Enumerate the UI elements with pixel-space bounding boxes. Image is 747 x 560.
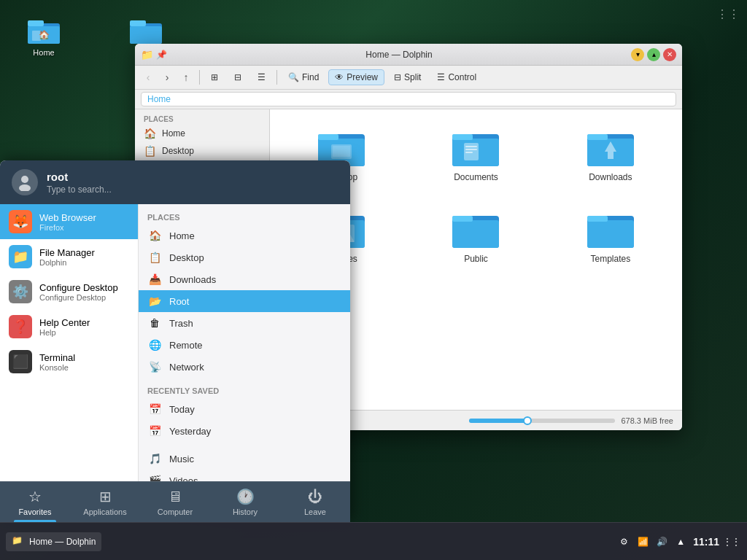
minimize-button[interactable]: ▾ xyxy=(631,48,644,61)
fav-desktop-label: Desktop xyxy=(169,252,204,263)
fav-today-icon: 📅 xyxy=(147,402,162,416)
split-button[interactable]: ⊟ Split xyxy=(387,69,427,85)
configure-app-name: Configure Desktop xyxy=(39,282,129,293)
svg-rect-6 xyxy=(130,26,162,44)
computer-tab-icon: 🖥 xyxy=(168,489,182,505)
svg-rect-35 xyxy=(587,216,608,222)
control-button[interactable]: ☰ Control xyxy=(430,69,483,85)
view-compact-button[interactable]: ⊟ xyxy=(228,69,248,85)
taskbar-dolphin-item[interactable]: 📁 Home — Dolphin xyxy=(6,532,101,551)
documents-folder-icon xyxy=(452,127,499,168)
templates-folder-icon xyxy=(587,209,634,249)
app-item-filemanager[interactable]: 📁 File Manager Dolphin xyxy=(0,239,138,274)
home-icon-label: Home xyxy=(33,48,54,57)
search-hint: Type to search... xyxy=(47,184,112,195)
tab-history[interactable]: 🕐 History xyxy=(210,482,280,522)
fav-yesterday-icon: 📅 xyxy=(147,424,162,438)
breadcrumb-bar[interactable]: Home xyxy=(141,92,676,106)
toolbar-separator-2 xyxy=(276,70,277,85)
view-icons-button[interactable]: ⊞ xyxy=(204,69,225,85)
fav-item-today[interactable]: 📅 Today xyxy=(139,398,350,420)
svg-point-36 xyxy=(21,176,28,183)
applications-tab-label: Applications xyxy=(83,508,126,516)
favorites-tab-icon: ☆ xyxy=(28,488,42,505)
taskbar-dolphin-icon: 📁 xyxy=(12,535,25,548)
fav-item-downloads[interactable]: 📥 Downloads xyxy=(139,268,350,290)
tab-favorites[interactable]: ☆ Favorites xyxy=(0,482,70,522)
tab-computer[interactable]: 🖥 Computer xyxy=(140,482,210,522)
top-dots-icon: ⋮⋮ xyxy=(716,7,740,21)
fav-item-videos[interactable]: 🎬 Videos xyxy=(139,470,350,481)
templates-file-label: Templates xyxy=(590,254,630,264)
fav-today-label: Today xyxy=(169,404,195,415)
fav-item-remote[interactable]: 🌐 Remote xyxy=(139,334,350,356)
maximize-button[interactable]: ▴ xyxy=(647,48,660,61)
close-button[interactable]: ✕ xyxy=(663,48,676,61)
app-item-terminal[interactable]: ⬛ Terminal Konsole xyxy=(0,344,138,379)
fav-trash-icon: 🗑 xyxy=(147,316,162,330)
sidebar-desktop-label: Desktop xyxy=(162,146,194,156)
fav-item-trash[interactable]: 🗑 Trash xyxy=(139,312,350,334)
fav-item-network[interactable]: 📡 Network xyxy=(139,356,350,378)
fav-home-icon: 🏠 xyxy=(147,228,162,243)
favorites-tab-label: Favorites xyxy=(18,508,51,516)
computer-tab-label: Computer xyxy=(158,508,193,516)
user-info: root Type to search... xyxy=(47,171,112,195)
fav-root-icon: 📂 xyxy=(147,294,162,308)
fav-trash-label: Trash xyxy=(169,318,193,329)
filemanager-app-desc: Dolphin xyxy=(39,258,129,267)
app-item-help[interactable]: ❓ Help Center Help xyxy=(0,309,138,344)
back-button[interactable]: ‹ xyxy=(139,69,157,86)
fav-yesterday-label: Yesterday xyxy=(169,426,211,437)
tray-settings-icon[interactable]: ⚙ xyxy=(617,535,630,548)
svg-rect-22 xyxy=(587,134,608,140)
tray-volume-icon[interactable]: 🔊 xyxy=(655,535,668,548)
taskbar-time: 11:11 xyxy=(693,536,719,548)
fav-item-yesterday[interactable]: 📅 Yesterday xyxy=(139,420,350,442)
app-item-configure[interactable]: ⚙️ Configure Desktop Configure Desktop xyxy=(0,274,138,309)
svg-rect-19 xyxy=(465,152,473,153)
public-folder-icon xyxy=(452,209,499,249)
history-tab-label: History xyxy=(233,508,258,516)
tray-network-icon[interactable]: 📶 xyxy=(636,535,649,548)
applications-tab-icon: ⊞ xyxy=(99,488,112,505)
svg-point-37 xyxy=(19,184,31,191)
file-item-public[interactable]: Public xyxy=(416,203,535,270)
launcher-panel: root Type to search... 🦊 Web Browser Fir… xyxy=(0,160,350,522)
file-item-templates[interactable]: Templates xyxy=(551,203,670,270)
forward-button[interactable]: › xyxy=(158,69,176,86)
fav-item-music[interactable]: 🎵 Music xyxy=(139,448,350,470)
slider-track[interactable] xyxy=(469,419,615,423)
preview-button[interactable]: 👁 Preview xyxy=(328,69,384,85)
file-item-documents[interactable]: Documents xyxy=(416,121,535,188)
svg-text:🏠: 🏠 xyxy=(39,29,50,40)
tray-arrow-icon[interactable]: ▲ xyxy=(674,535,687,548)
app-item-browser[interactable]: 🦊 Web Browser Firefox xyxy=(0,204,138,239)
configure-app-desc: Configure Desktop xyxy=(39,293,129,302)
fav-videos-icon: 🎬 xyxy=(147,473,162,481)
browser-app-name: Web Browser xyxy=(39,212,129,223)
fav-item-desktop[interactable]: 📋 Desktop xyxy=(139,246,350,268)
find-button[interactable]: 🔍 Find xyxy=(282,69,325,85)
browser-app-desc: Firefox xyxy=(39,223,129,232)
tray-menu-icon[interactable]: ⋮⋮ xyxy=(725,535,738,548)
svg-rect-12 xyxy=(333,146,350,157)
svg-rect-15 xyxy=(452,134,473,140)
fav-item-root[interactable]: 📂 Root xyxy=(139,290,350,312)
tab-leave[interactable]: ⏻ Leave xyxy=(280,482,350,522)
tab-applications[interactable]: ⊞ Applications xyxy=(70,482,140,522)
up-button[interactable]: ↑ xyxy=(177,69,195,86)
sidebar-item-desktop[interactable]: 📋 Desktop xyxy=(135,142,269,160)
sidebar-places-title: Places xyxy=(135,114,269,125)
taskbar: 📁 Home — Dolphin ⚙ 📶 🔊 ▲ 11:11 ⋮⋮ xyxy=(0,522,747,560)
file-item-downloads[interactable]: Downloads xyxy=(551,121,670,188)
fav-item-home[interactable]: 🏠 Home xyxy=(139,225,350,246)
window-buttons: ▾ ▴ ✕ xyxy=(631,48,676,61)
fav-music-icon: 🎵 xyxy=(147,451,162,466)
svg-rect-18 xyxy=(465,149,477,150)
slider-thumb[interactable] xyxy=(523,416,532,425)
desktop-icon-home[interactable]: 🏠 Home xyxy=(15,7,73,60)
view-details-button[interactable]: ☰ xyxy=(251,69,272,85)
dolphin-toolbar: ‹ › ↑ ⊞ ⊟ ☰ 🔍 Find 👁 Preview ⊟ Split ☰ C… xyxy=(135,66,682,90)
sidebar-item-home[interactable]: 🏠 Home xyxy=(135,125,269,142)
